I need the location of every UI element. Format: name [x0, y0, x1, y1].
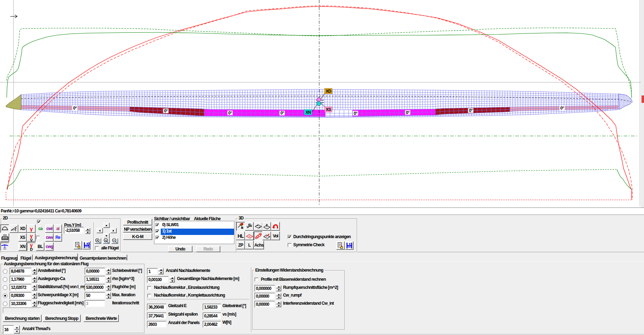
svg-text:1:1: 1:1	[105, 240, 108, 242]
